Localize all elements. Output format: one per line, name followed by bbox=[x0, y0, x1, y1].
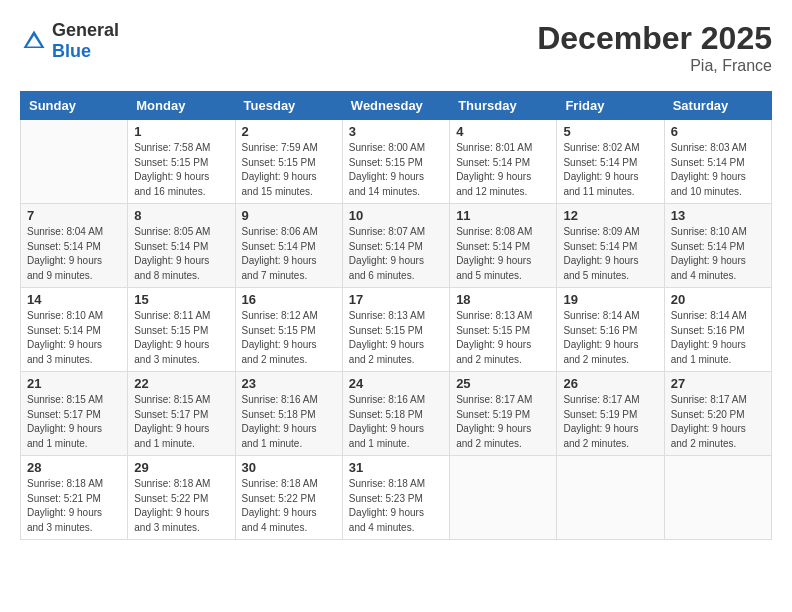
day-info: Sunrise: 8:02 AMSunset: 5:14 PMDaylight:… bbox=[563, 141, 657, 199]
calendar-cell: 19Sunrise: 8:14 AMSunset: 5:16 PMDayligh… bbox=[557, 288, 664, 372]
calendar-week-row: 21Sunrise: 8:15 AMSunset: 5:17 PMDayligh… bbox=[21, 372, 772, 456]
calendar-cell: 6Sunrise: 8:03 AMSunset: 5:14 PMDaylight… bbox=[664, 120, 771, 204]
day-info: Sunrise: 8:16 AMSunset: 5:18 PMDaylight:… bbox=[349, 393, 443, 451]
day-number: 16 bbox=[242, 292, 336, 307]
day-number: 1 bbox=[134, 124, 228, 139]
day-number: 19 bbox=[563, 292, 657, 307]
day-info: Sunrise: 8:14 AMSunset: 5:16 PMDaylight:… bbox=[563, 309, 657, 367]
day-info: Sunrise: 8:17 AMSunset: 5:20 PMDaylight:… bbox=[671, 393, 765, 451]
day-number: 25 bbox=[456, 376, 550, 391]
calendar-week-row: 14Sunrise: 8:10 AMSunset: 5:14 PMDayligh… bbox=[21, 288, 772, 372]
day-info: Sunrise: 8:10 AMSunset: 5:14 PMDaylight:… bbox=[671, 225, 765, 283]
day-info: Sunrise: 8:06 AMSunset: 5:14 PMDaylight:… bbox=[242, 225, 336, 283]
day-info: Sunrise: 7:59 AMSunset: 5:15 PMDaylight:… bbox=[242, 141, 336, 199]
calendar-cell: 10Sunrise: 8:07 AMSunset: 5:14 PMDayligh… bbox=[342, 204, 449, 288]
day-number: 30 bbox=[242, 460, 336, 475]
logo: General Blue bbox=[20, 20, 119, 62]
calendar-cell: 23Sunrise: 8:16 AMSunset: 5:18 PMDayligh… bbox=[235, 372, 342, 456]
calendar-cell: 8Sunrise: 8:05 AMSunset: 5:14 PMDaylight… bbox=[128, 204, 235, 288]
day-info: Sunrise: 7:58 AMSunset: 5:15 PMDaylight:… bbox=[134, 141, 228, 199]
day-info: Sunrise: 8:13 AMSunset: 5:15 PMDaylight:… bbox=[456, 309, 550, 367]
col-header-tuesday: Tuesday bbox=[235, 92, 342, 120]
logo-icon bbox=[20, 27, 48, 55]
day-number: 3 bbox=[349, 124, 443, 139]
calendar-cell bbox=[21, 120, 128, 204]
day-number: 12 bbox=[563, 208, 657, 223]
calendar-table: SundayMondayTuesdayWednesdayThursdayFrid… bbox=[20, 91, 772, 540]
day-info: Sunrise: 8:05 AMSunset: 5:14 PMDaylight:… bbox=[134, 225, 228, 283]
calendar-cell: 27Sunrise: 8:17 AMSunset: 5:20 PMDayligh… bbox=[664, 372, 771, 456]
day-number: 17 bbox=[349, 292, 443, 307]
day-info: Sunrise: 8:08 AMSunset: 5:14 PMDaylight:… bbox=[456, 225, 550, 283]
day-info: Sunrise: 8:04 AMSunset: 5:14 PMDaylight:… bbox=[27, 225, 121, 283]
calendar-cell: 14Sunrise: 8:10 AMSunset: 5:14 PMDayligh… bbox=[21, 288, 128, 372]
calendar-cell: 25Sunrise: 8:17 AMSunset: 5:19 PMDayligh… bbox=[450, 372, 557, 456]
day-number: 29 bbox=[134, 460, 228, 475]
col-header-wednesday: Wednesday bbox=[342, 92, 449, 120]
col-header-sunday: Sunday bbox=[21, 92, 128, 120]
day-number: 4 bbox=[456, 124, 550, 139]
calendar-cell: 7Sunrise: 8:04 AMSunset: 5:14 PMDaylight… bbox=[21, 204, 128, 288]
day-number: 24 bbox=[349, 376, 443, 391]
calendar-week-row: 28Sunrise: 8:18 AMSunset: 5:21 PMDayligh… bbox=[21, 456, 772, 540]
calendar-cell: 15Sunrise: 8:11 AMSunset: 5:15 PMDayligh… bbox=[128, 288, 235, 372]
col-header-saturday: Saturday bbox=[664, 92, 771, 120]
day-number: 15 bbox=[134, 292, 228, 307]
calendar-cell: 20Sunrise: 8:14 AMSunset: 5:16 PMDayligh… bbox=[664, 288, 771, 372]
col-header-thursday: Thursday bbox=[450, 92, 557, 120]
day-number: 7 bbox=[27, 208, 121, 223]
logo-text: General Blue bbox=[52, 20, 119, 62]
col-header-friday: Friday bbox=[557, 92, 664, 120]
day-info: Sunrise: 8:12 AMSunset: 5:15 PMDaylight:… bbox=[242, 309, 336, 367]
day-number: 31 bbox=[349, 460, 443, 475]
day-info: Sunrise: 8:11 AMSunset: 5:15 PMDaylight:… bbox=[134, 309, 228, 367]
day-info: Sunrise: 8:10 AMSunset: 5:14 PMDaylight:… bbox=[27, 309, 121, 367]
calendar-header-row: SundayMondayTuesdayWednesdayThursdayFrid… bbox=[21, 92, 772, 120]
title-block: December 2025 Pia, France bbox=[537, 20, 772, 75]
day-number: 14 bbox=[27, 292, 121, 307]
calendar-cell: 26Sunrise: 8:17 AMSunset: 5:19 PMDayligh… bbox=[557, 372, 664, 456]
day-info: Sunrise: 8:16 AMSunset: 5:18 PMDaylight:… bbox=[242, 393, 336, 451]
page-header: General Blue December 2025 Pia, France bbox=[20, 20, 772, 75]
calendar-cell: 1Sunrise: 7:58 AMSunset: 5:15 PMDaylight… bbox=[128, 120, 235, 204]
calendar-cell: 24Sunrise: 8:16 AMSunset: 5:18 PMDayligh… bbox=[342, 372, 449, 456]
day-info: Sunrise: 8:18 AMSunset: 5:22 PMDaylight:… bbox=[134, 477, 228, 535]
col-header-monday: Monday bbox=[128, 92, 235, 120]
calendar-cell bbox=[450, 456, 557, 540]
day-info: Sunrise: 8:18 AMSunset: 5:21 PMDaylight:… bbox=[27, 477, 121, 535]
calendar-cell: 30Sunrise: 8:18 AMSunset: 5:22 PMDayligh… bbox=[235, 456, 342, 540]
calendar-cell: 21Sunrise: 8:15 AMSunset: 5:17 PMDayligh… bbox=[21, 372, 128, 456]
day-info: Sunrise: 8:03 AMSunset: 5:14 PMDaylight:… bbox=[671, 141, 765, 199]
day-number: 21 bbox=[27, 376, 121, 391]
day-info: Sunrise: 8:14 AMSunset: 5:16 PMDaylight:… bbox=[671, 309, 765, 367]
calendar-cell: 31Sunrise: 8:18 AMSunset: 5:23 PMDayligh… bbox=[342, 456, 449, 540]
day-number: 22 bbox=[134, 376, 228, 391]
calendar-cell bbox=[557, 456, 664, 540]
location-title: Pia, France bbox=[537, 57, 772, 75]
calendar-cell bbox=[664, 456, 771, 540]
day-info: Sunrise: 8:17 AMSunset: 5:19 PMDaylight:… bbox=[563, 393, 657, 451]
logo-blue: Blue bbox=[52, 41, 91, 61]
calendar-cell: 5Sunrise: 8:02 AMSunset: 5:14 PMDaylight… bbox=[557, 120, 664, 204]
day-number: 27 bbox=[671, 376, 765, 391]
calendar-week-row: 1Sunrise: 7:58 AMSunset: 5:15 PMDaylight… bbox=[21, 120, 772, 204]
calendar-cell: 17Sunrise: 8:13 AMSunset: 5:15 PMDayligh… bbox=[342, 288, 449, 372]
calendar-cell: 9Sunrise: 8:06 AMSunset: 5:14 PMDaylight… bbox=[235, 204, 342, 288]
month-title: December 2025 bbox=[537, 20, 772, 57]
day-number: 2 bbox=[242, 124, 336, 139]
calendar-cell: 16Sunrise: 8:12 AMSunset: 5:15 PMDayligh… bbox=[235, 288, 342, 372]
day-info: Sunrise: 8:00 AMSunset: 5:15 PMDaylight:… bbox=[349, 141, 443, 199]
day-info: Sunrise: 8:01 AMSunset: 5:14 PMDaylight:… bbox=[456, 141, 550, 199]
day-info: Sunrise: 8:09 AMSunset: 5:14 PMDaylight:… bbox=[563, 225, 657, 283]
day-number: 28 bbox=[27, 460, 121, 475]
calendar-cell: 29Sunrise: 8:18 AMSunset: 5:22 PMDayligh… bbox=[128, 456, 235, 540]
calendar-cell: 3Sunrise: 8:00 AMSunset: 5:15 PMDaylight… bbox=[342, 120, 449, 204]
calendar-week-row: 7Sunrise: 8:04 AMSunset: 5:14 PMDaylight… bbox=[21, 204, 772, 288]
day-number: 6 bbox=[671, 124, 765, 139]
day-number: 18 bbox=[456, 292, 550, 307]
day-info: Sunrise: 8:18 AMSunset: 5:23 PMDaylight:… bbox=[349, 477, 443, 535]
calendar-cell: 11Sunrise: 8:08 AMSunset: 5:14 PMDayligh… bbox=[450, 204, 557, 288]
calendar-cell: 28Sunrise: 8:18 AMSunset: 5:21 PMDayligh… bbox=[21, 456, 128, 540]
calendar-cell: 2Sunrise: 7:59 AMSunset: 5:15 PMDaylight… bbox=[235, 120, 342, 204]
day-number: 8 bbox=[134, 208, 228, 223]
